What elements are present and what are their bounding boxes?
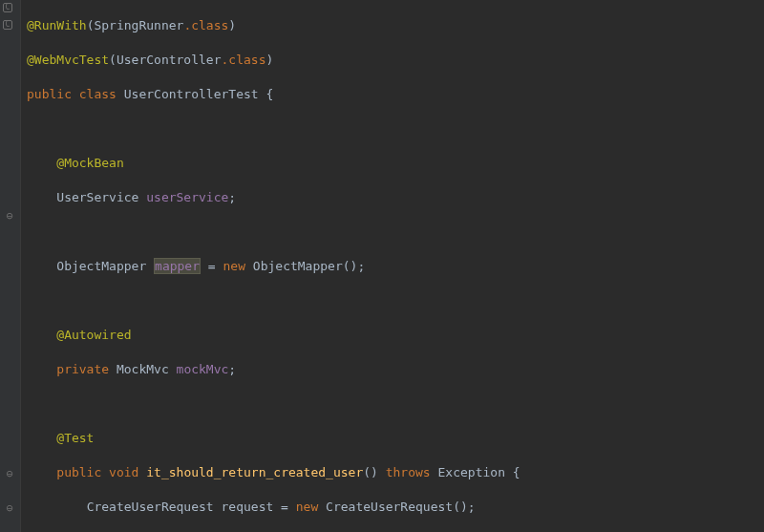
code-line: @Autowired [27,327,758,344]
code-line: @MockBean [27,155,758,172]
code-line: private MockMvc mockMvc; [27,361,758,378]
code-line [27,120,758,138]
code-line: @WebMvcTest(UserController.class) [27,52,758,69]
code-line: public class UserControllerTest { [27,86,758,103]
code-line: ObjectMapper mapper = new ObjectMapper()… [27,258,758,275]
code-editor[interactable]: C C ⊖ ⊖ ⊖ @RunWith(SpringRunner.class) @… [0,0,764,532]
code-line [27,395,758,413]
code-line: UserService userService; [27,189,758,206]
editor-gutter: C C ⊖ ⊖ ⊖ [0,0,21,532]
code-line: CreateUserRequest request = new CreateUs… [27,499,758,516]
gutter-class-marker-icon[interactable]: C [3,3,12,12]
code-line [27,223,758,241]
code-line: @Test [27,430,758,447]
code-line: public void it_should_return_created_use… [27,464,758,481]
gutter-class-marker-icon[interactable]: C [3,20,12,30]
gutter-collapse-icon[interactable]: ⊖ [3,501,16,515]
gutter-override-icon[interactable]: ⊖ [3,209,16,223]
code-line: @RunWith(SpringRunner.class) [27,17,758,34]
code-line [27,292,758,309]
code-area[interactable]: @RunWith(SpringRunner.class) @WebMvcTest… [21,0,764,532]
gutter-collapse-icon[interactable]: ⊖ [3,467,16,480]
